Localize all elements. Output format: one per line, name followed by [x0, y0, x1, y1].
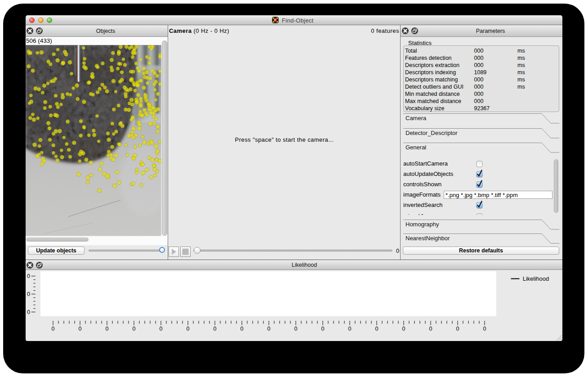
svg-text:0: 0 — [27, 273, 30, 279]
svg-text:0: 0 — [402, 326, 405, 332]
svg-text:F: F — [274, 18, 276, 22]
svg-text:0: 0 — [133, 326, 136, 332]
svg-text:0: 0 — [106, 326, 109, 332]
svg-text:0: 0 — [52, 326, 55, 332]
svg-text:0: 0 — [429, 326, 432, 332]
svg-text:0: 0 — [321, 326, 325, 332]
svg-text:0: 0 — [241, 326, 244, 332]
svg-text:0: 0 — [348, 326, 352, 332]
svg-text:0: 0 — [79, 326, 82, 332]
svg-text:Likelihood: Likelihood — [523, 275, 549, 282]
svg-text:0: 0 — [456, 326, 459, 332]
svg-text:0: 0 — [294, 326, 298, 332]
svg-text:0: 0 — [187, 326, 190, 332]
svg-text:0: 0 — [160, 326, 163, 332]
svg-text:0: 0 — [27, 309, 30, 315]
svg-text:0: 0 — [375, 326, 379, 332]
svg-text:0: 0 — [27, 291, 30, 297]
svg-text:0: 0 — [267, 326, 271, 332]
svg-text:0: 0 — [214, 326, 217, 332]
svg-text:0: 0 — [483, 326, 486, 332]
